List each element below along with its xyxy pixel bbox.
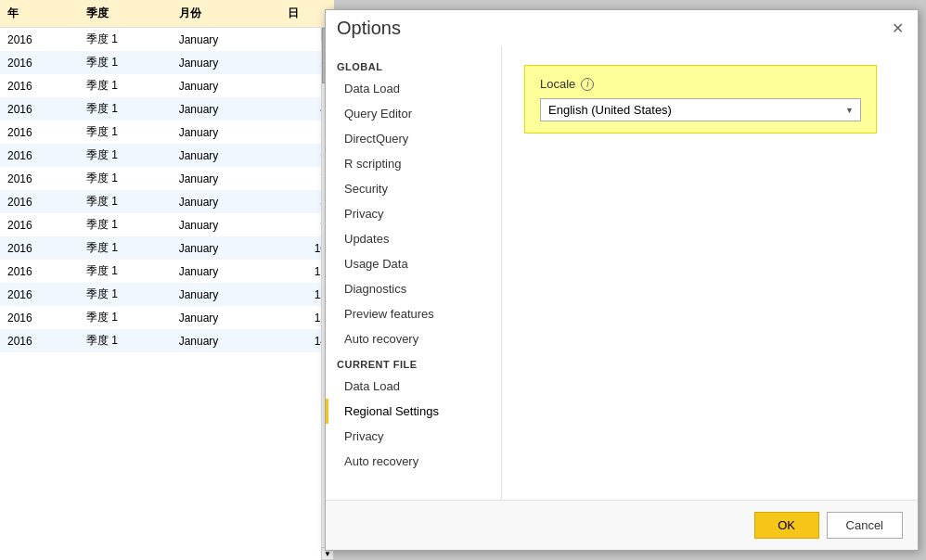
table-row: 2016季度 1January6	[0, 144, 334, 167]
sidebar-item-security[interactable]: Security	[326, 176, 501, 201]
locale-select-wrapper[interactable]: English (United States)English (United K…	[540, 98, 861, 121]
col-quarter: 季度	[79, 0, 172, 28]
table-row: 2016季度 1January10	[0, 236, 334, 260]
options-dialog: Options ✕ GLOBAL Data LoadQuery EditorDi…	[325, 9, 919, 551]
table-row: 2016季度 1January13	[0, 306, 334, 329]
sidebar-item-diagnostics[interactable]: Diagnostics	[326, 276, 501, 301]
global-section-label: GLOBAL	[326, 54, 501, 76]
sidebar-item-directquery[interactable]: DirectQuery	[326, 126, 501, 151]
sidebar-nav: GLOBAL Data LoadQuery EditorDirectQueryR…	[326, 46, 502, 500]
table-row: 2016季度 1January14	[0, 329, 334, 352]
sidebar-item-privacy[interactable]: Privacy	[326, 201, 501, 226]
table-row: 2016季度 1January5	[0, 121, 334, 144]
sidebar-item-auto-recovery[interactable]: Auto recovery	[326, 326, 501, 351]
sidebar-item-auto-recovery[interactable]: Auto recovery	[326, 449, 501, 474]
dialog-title: Options	[337, 18, 401, 39]
dialog-body: GLOBAL Data LoadQuery EditorDirectQueryR…	[326, 46, 918, 500]
sidebar-item-updates[interactable]: Updates	[326, 226, 501, 251]
table-row: 2016季度 1January7	[0, 167, 334, 190]
col-month: 月份	[172, 0, 280, 28]
table-row: 2016季度 1January4	[0, 97, 334, 121]
table-row: 2016季度 1January11	[0, 260, 334, 283]
locale-select[interactable]: English (United States)English (United K…	[540, 98, 861, 121]
data-table-panel: 年 季度 月份 日 2016季度 1January12016季度 1Januar…	[0, 0, 334, 560]
locale-label-text: Locale	[540, 77, 575, 91]
sidebar-item-query-editor[interactable]: Query Editor	[326, 101, 501, 126]
close-button[interactable]: ✕	[888, 19, 907, 38]
cancel-button[interactable]: Cancel	[827, 512, 903, 539]
dialog-content: Locale i English (United States)English …	[502, 46, 918, 500]
sidebar-item-privacy[interactable]: Privacy	[326, 424, 501, 449]
table-row: 2016季度 1January12	[0, 283, 334, 306]
sidebar-item-data-load[interactable]: Data Load	[326, 374, 501, 399]
sidebar-item-r-scripting[interactable]: R scripting	[326, 151, 501, 176]
table-row: 2016季度 1January9	[0, 213, 334, 236]
locale-label: Locale i	[540, 77, 861, 91]
table-row: 2016季度 1January3	[0, 74, 334, 97]
table-row: 2016季度 1January8	[0, 190, 334, 213]
dialog-footer: OK Cancel	[326, 500, 918, 550]
table-row: 2016季度 1January2	[0, 51, 334, 74]
locale-box: Locale i English (United States)English …	[524, 65, 877, 134]
dialog-titlebar: Options ✕	[326, 10, 918, 46]
sidebar-item-regional-settings[interactable]: Regional Settings	[326, 399, 501, 424]
sidebar-item-usage-data[interactable]: Usage Data	[326, 251, 501, 276]
sidebar-item-preview-features[interactable]: Preview features	[326, 301, 501, 326]
locale-info-icon: i	[581, 78, 594, 91]
ok-button[interactable]: OK	[754, 512, 819, 539]
current-file-section-label: CURRENT FILE	[326, 351, 501, 374]
col-year: 年	[0, 0, 79, 28]
sidebar-item-data-load[interactable]: Data Load	[326, 76, 501, 101]
table-row: 2016季度 1January1	[0, 28, 334, 52]
